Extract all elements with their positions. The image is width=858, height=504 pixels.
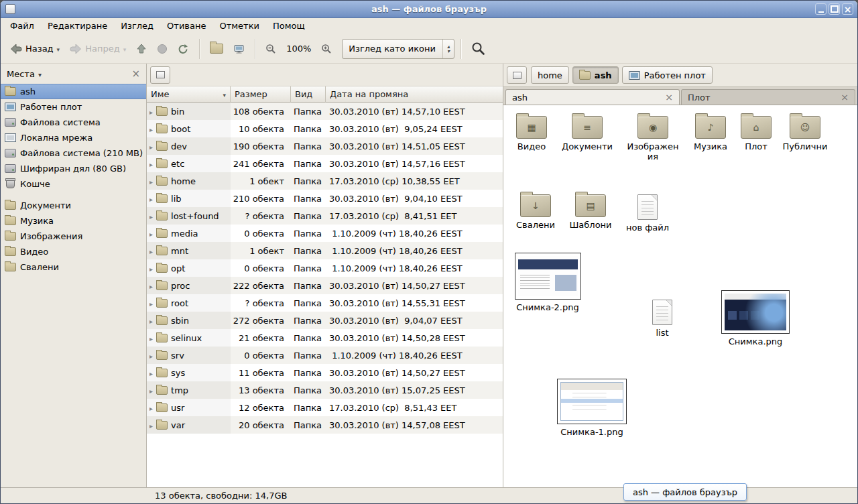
icon-view-item[interactable]: ◉ Изображения xyxy=(625,116,680,162)
table-row[interactable]: proc 222 обекта Папка 30.03.2010 (вт) 14… xyxy=(147,277,503,294)
table-row[interactable]: dev 190 обекта Папка 30.03.2010 (вт) 14,… xyxy=(147,137,503,155)
expander-icon[interactable] xyxy=(149,281,153,291)
view-mode-select[interactable]: Изглед като икони xyxy=(342,39,454,59)
sidebar-item[interactable]: Файлова система (210 MB) xyxy=(1,145,146,161)
expander-icon[interactable] xyxy=(149,141,153,151)
sidebar-item[interactable]: Изображения xyxy=(1,229,146,244)
menu-item[interactable]: Изглед xyxy=(114,18,160,34)
expander-icon[interactable] xyxy=(149,385,153,395)
location-toggle-button[interactable] xyxy=(150,66,170,84)
menu-item[interactable]: Помощ xyxy=(266,18,312,34)
icon-view-item[interactable]: ↓ Свалени xyxy=(508,194,563,230)
expander-icon[interactable] xyxy=(149,351,153,361)
table-row[interactable]: root ? обекта Папка 30.03.2010 (вт) 14,5… xyxy=(147,294,503,312)
expander-icon[interactable] xyxy=(149,403,153,413)
sidebar-close-icon[interactable] xyxy=(131,69,140,79)
expander-icon[interactable] xyxy=(149,420,153,430)
icon-view-item[interactable]: ▦ Видео xyxy=(504,116,559,151)
icon-view-item[interactable]: Снимка-2.png xyxy=(511,253,584,312)
forward-dropdown-icon[interactable] xyxy=(123,44,127,54)
sidebar-item[interactable]: Работен плот xyxy=(1,99,146,115)
reload-button[interactable] xyxy=(174,40,193,58)
tab[interactable]: Плот xyxy=(681,89,855,105)
icon-view-item[interactable]: нов файл xyxy=(620,194,675,233)
expander-icon[interactable] xyxy=(149,316,153,326)
expander-icon[interactable] xyxy=(149,263,153,273)
expander-icon[interactable] xyxy=(149,246,153,256)
icon-view-item[interactable]: Снимка-1.png xyxy=(554,379,629,437)
up-button[interactable] xyxy=(132,40,151,58)
sidebar-item[interactable]: ash xyxy=(1,84,146,99)
expander-icon[interactable] xyxy=(149,368,153,378)
forward-button[interactable]: Напред xyxy=(66,40,130,58)
search-button[interactable] xyxy=(467,38,489,59)
sidebar-item[interactable]: Кошче xyxy=(1,176,146,192)
table-row[interactable]: selinux 21 обекта Папка 30.03.2010 (вт) … xyxy=(147,329,503,346)
table-row[interactable]: mnt 1 обект Папка 1.10.2009 (чт) 18,40,2… xyxy=(147,242,503,259)
table-row[interactable]: boot 10 обекта Папка 30.03.2010 (вт) 9,0… xyxy=(147,120,503,137)
chevron-down-icon[interactable] xyxy=(38,69,42,79)
table-row[interactable]: home 1 обект Папка 17.03.2010 (ср) 10,38… xyxy=(147,172,503,190)
tab-close-icon[interactable] xyxy=(841,92,849,103)
expander-icon[interactable] xyxy=(149,107,153,117)
tab[interactable]: ash xyxy=(505,89,680,105)
path-button[interactable]: home xyxy=(531,66,569,84)
pane-root-button[interactable] xyxy=(507,66,527,84)
sidebar-item[interactable]: Локална мрежа xyxy=(1,130,146,145)
expander-icon[interactable] xyxy=(149,176,153,186)
expander-icon[interactable] xyxy=(149,298,153,308)
table-row[interactable]: var 20 обекта Папка 30.03.2010 (вт) 14,5… xyxy=(147,416,503,434)
sidebar-item[interactable]: Файлова система xyxy=(1,115,146,130)
tab-close-icon[interactable] xyxy=(665,92,673,103)
expander-icon[interactable] xyxy=(149,124,153,134)
expander-icon[interactable] xyxy=(149,229,153,239)
column-header-size[interactable]: Размер xyxy=(231,86,291,103)
table-row[interactable]: srv 0 обекта Папка 1.10.2009 (чт) 18,40,… xyxy=(147,346,503,364)
back-dropdown-icon[interactable] xyxy=(57,44,60,54)
icon-view[interactable]: ▦ Видео ≡ Документи ◉ xyxy=(503,105,857,487)
icon-view-item[interactable]: ▤ Шаблони xyxy=(563,194,618,230)
expander-icon[interactable] xyxy=(149,333,153,343)
expander-icon[interactable] xyxy=(149,194,153,204)
back-button[interactable]: Назад xyxy=(6,40,64,58)
home-button[interactable] xyxy=(206,40,227,57)
menu-item[interactable]: Отиване xyxy=(160,18,212,34)
icon-view-item[interactable]: list xyxy=(635,300,690,338)
icon-view-item[interactable]: ☺ Публични xyxy=(778,116,833,151)
column-header-name[interactable]: Име xyxy=(147,86,231,103)
column-header-date[interactable]: Дата на промяна xyxy=(326,86,503,103)
sidebar-item[interactable]: Документи xyxy=(1,198,146,213)
table-row[interactable]: opt 0 обекта Папка 1.10.2009 (чт) 18,40,… xyxy=(147,259,503,277)
table-row[interactable]: etc 241 обекта Папка 30.03.2010 (вт) 14,… xyxy=(147,155,503,172)
expander-icon[interactable] xyxy=(149,211,153,221)
stop-button[interactable] xyxy=(153,40,172,58)
expander-icon[interactable] xyxy=(149,159,153,169)
table-row[interactable]: sbin 272 обекта Папка 30.03.2010 (вт) 9,… xyxy=(147,312,503,329)
sidebar-item[interactable]: Свалени xyxy=(1,259,146,275)
column-header-type[interactable]: Вид xyxy=(291,86,326,103)
table-row[interactable]: tmp 13 обекта Папка 30.03.2010 (вт) 15,0… xyxy=(147,381,503,399)
close-button[interactable] xyxy=(842,3,853,15)
path-button[interactable]: ash xyxy=(572,66,619,84)
menu-item[interactable]: Редактиране xyxy=(41,18,114,34)
icon-view-item[interactable]: ≡ Документи xyxy=(560,116,615,151)
sidebar-title[interactable]: Места xyxy=(7,69,35,79)
table-row[interactable]: lib 210 обекта Папка 30.03.2010 (вт) 9,0… xyxy=(147,190,503,207)
table-row[interactable]: lost+found ? обекта Папка 17.03.2010 (ср… xyxy=(147,207,503,225)
zoom-in-button[interactable] xyxy=(317,40,336,58)
taskbar-window-button[interactable]: ash — файлов браузър xyxy=(623,483,747,501)
minimize-button[interactable] xyxy=(815,3,826,15)
sidebar-item[interactable]: Видео xyxy=(1,244,146,259)
titlebar[interactable]: ash — файлов браузър xyxy=(1,1,857,18)
menu-item[interactable]: Файл xyxy=(3,18,41,34)
zoom-out-button[interactable] xyxy=(261,40,280,58)
path-button[interactable]: Работен плот xyxy=(622,66,713,84)
icon-view-item[interactable]: ⌂ Плот xyxy=(729,116,784,151)
sidebar-item[interactable]: Музика xyxy=(1,213,146,229)
menu-item[interactable]: Отметки xyxy=(212,18,265,34)
table-row[interactable]: sys 11 обекта Папка 30.03.2010 (вт) 14,5… xyxy=(147,364,503,381)
icon-view-item[interactable]: Снимка.png xyxy=(718,290,793,346)
sidebar-item[interactable]: Шифриран дял (80 GB) xyxy=(1,161,146,176)
table-row[interactable]: usr 12 обекта Папка 17.03.2010 (ср) 8,51… xyxy=(147,399,503,416)
maximize-button[interactable] xyxy=(829,3,840,15)
